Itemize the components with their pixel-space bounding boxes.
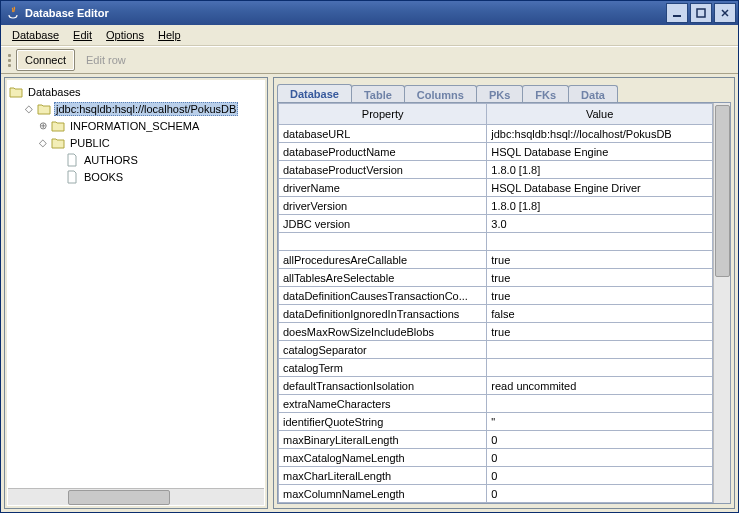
table-row[interactable]: identifierQuoteString": [279, 413, 713, 431]
table-row[interactable]: catalogSeparator: [279, 341, 713, 359]
value-cell: [487, 233, 713, 251]
folder-icon: [50, 119, 66, 133]
close-button[interactable]: [714, 3, 736, 23]
table-row[interactable]: catalogTerm: [279, 359, 713, 377]
value-cell: true: [487, 269, 713, 287]
menu-help[interactable]: Help: [151, 27, 188, 43]
database-tree[interactable]: Databases ◇ jdbc:hsqldb:hsql://localhost…: [8, 81, 264, 488]
table-row[interactable]: databaseURLjdbc:hsqldb:hsql://localhost/…: [279, 125, 713, 143]
value-cell: HSQL Database Engine Driver: [487, 179, 713, 197]
value-cell: false: [487, 305, 713, 323]
tree-h-scrollbar[interactable]: [8, 488, 264, 505]
value-cell: 0: [487, 449, 713, 467]
property-cell: [279, 233, 487, 251]
col-value-header[interactable]: Value: [487, 104, 713, 125]
property-cell: maxCatalogNameLength: [279, 449, 487, 467]
file-icon: [64, 170, 80, 184]
tree-root[interactable]: Databases: [8, 83, 264, 100]
svg-rect-0: [673, 15, 681, 17]
property-table: Property Value databaseURLjdbc:hsqldb:hs…: [278, 103, 713, 503]
property-cell: allProceduresAreCallable: [279, 251, 487, 269]
property-cell: databaseProductVersion: [279, 161, 487, 179]
property-cell: driverName: [279, 179, 487, 197]
table-row[interactable]: dataDefinitionIgnoredInTransactionsfalse: [279, 305, 713, 323]
table-row[interactable]: driverVersion1.8.0 [1.8]: [279, 197, 713, 215]
tab-body: Property Value databaseURLjdbc:hsqldb:hs…: [277, 102, 731, 504]
content-pane: Databases ◇ jdbc:hsqldb:hsql://localhost…: [1, 74, 738, 512]
tab-database[interactable]: Database: [277, 84, 352, 103]
table-row[interactable]: dataDefinitionCausesTransactionCo...true: [279, 287, 713, 305]
property-cell: databaseProductName: [279, 143, 487, 161]
expand-icon[interactable]: ◇: [22, 103, 36, 114]
value-cell: [487, 395, 713, 413]
toolbar: Connect Edit row: [1, 46, 738, 74]
property-cell: JDBC version: [279, 215, 487, 233]
java-icon: [5, 5, 21, 21]
property-cell: identifierQuoteString: [279, 413, 487, 431]
table-row[interactable]: maxCatalogNameLength0: [279, 449, 713, 467]
property-cell: maxCharLiteralLength: [279, 467, 487, 485]
expand-icon[interactable]: ◇: [36, 137, 50, 148]
value-cell: [487, 359, 713, 377]
value-cell: ": [487, 413, 713, 431]
tree-pane: Databases ◇ jdbc:hsqldb:hsql://localhost…: [4, 77, 268, 509]
property-cell: dataDefinitionCausesTransactionCo...: [279, 287, 487, 305]
tree-connection[interactable]: ◇ jdbc:hsqldb:hsql://localhost/PokusDB: [8, 100, 264, 117]
property-cell: maxBinaryLiteralLength: [279, 431, 487, 449]
tab-strip: Database Table Columns PKs FKs Data: [274, 78, 734, 103]
col-property-header[interactable]: Property: [279, 104, 487, 125]
property-cell: maxColumnNameLength: [279, 485, 487, 503]
value-cell: 0: [487, 485, 713, 503]
file-icon: [64, 153, 80, 167]
folder-icon: [8, 85, 24, 99]
property-cell: catalogTerm: [279, 359, 487, 377]
tree-table[interactable]: · AUTHORS: [8, 151, 264, 168]
toolbar-handle[interactable]: [8, 50, 11, 70]
minimize-button[interactable]: [666, 3, 688, 23]
tree-schema[interactable]: ◇ PUBLIC: [8, 134, 264, 151]
table-row[interactable]: [279, 233, 713, 251]
tree-table[interactable]: · BOOKS: [8, 168, 264, 185]
table-row[interactable]: maxCharLiteralLength0: [279, 467, 713, 485]
maximize-button[interactable]: [690, 3, 712, 23]
value-cell: true: [487, 287, 713, 305]
value-cell: jdbc:hsqldb:hsql://localhost/PokusDB: [487, 125, 713, 143]
value-cell: 0: [487, 503, 713, 504]
detail-pane: Database Table Columns PKs FKs Data Prop…: [273, 77, 735, 509]
table-row[interactable]: databaseProductNameHSQL Database Engine: [279, 143, 713, 161]
table-row[interactable]: extraNameCharacters: [279, 395, 713, 413]
menu-options[interactable]: Options: [99, 27, 151, 43]
table-v-scrollbar[interactable]: [713, 103, 730, 503]
menu-database[interactable]: Database: [5, 27, 66, 43]
property-cell: databaseURL: [279, 125, 487, 143]
table-row[interactable]: maxBinaryLiteralLength0: [279, 431, 713, 449]
window-title: Database Editor: [25, 7, 666, 19]
table-row[interactable]: driverNameHSQL Database Engine Driver: [279, 179, 713, 197]
table-row[interactable]: defaultTransactionIsolationread uncommit…: [279, 377, 713, 395]
value-cell: HSQL Database Engine: [487, 143, 713, 161]
table-row[interactable]: doesMaxRowSizeIncludeBlobstrue: [279, 323, 713, 341]
menu-bar: Database Edit Options Help: [1, 25, 738, 46]
connect-button[interactable]: Connect: [16, 49, 75, 71]
table-row[interactable]: JDBC version3.0: [279, 215, 713, 233]
window: Database Editor Database Edit Options He…: [0, 0, 739, 513]
table-row[interactable]: allTablesAreSelectabletrue: [279, 269, 713, 287]
value-cell: true: [487, 251, 713, 269]
edit-row-button: Edit row: [77, 49, 135, 71]
property-cell: catalogSeparator: [279, 341, 487, 359]
tree-schema[interactable]: ⊕ INFORMATION_SCHEMA: [8, 117, 264, 134]
property-cell: extraNameCharacters: [279, 395, 487, 413]
value-cell: read uncommited: [487, 377, 713, 395]
table-row[interactable]: allProceduresAreCallabletrue: [279, 251, 713, 269]
value-cell: 3.0: [487, 215, 713, 233]
table-row[interactable]: maxColumnNameLength0: [279, 485, 713, 503]
menu-edit[interactable]: Edit: [66, 27, 99, 43]
value-cell: 0: [487, 467, 713, 485]
value-cell: 0: [487, 431, 713, 449]
table-row[interactable]: databaseProductVersion1.8.0 [1.8]: [279, 161, 713, 179]
property-cell: driverVersion: [279, 197, 487, 215]
value-cell: [487, 341, 713, 359]
folder-icon: [50, 136, 66, 150]
table-row[interactable]: maxColumnsInGroupBy0: [279, 503, 713, 504]
expand-icon[interactable]: ⊕: [36, 120, 50, 131]
